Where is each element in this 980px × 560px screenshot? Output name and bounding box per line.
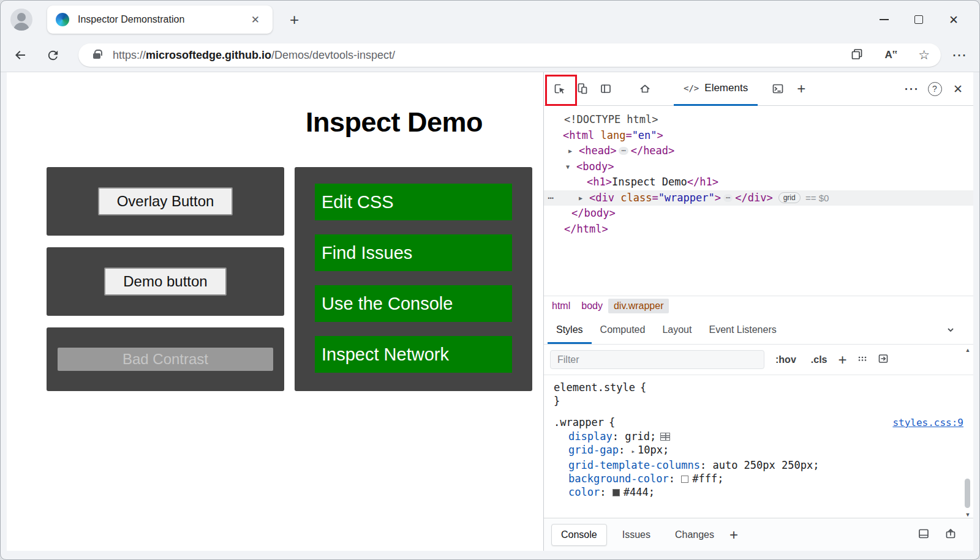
profile-avatar[interactable]: [10, 9, 32, 31]
read-aloud-icon[interactable]: A‟: [884, 49, 897, 61]
scroll-down-icon[interactable]: ▼: [963, 510, 972, 519]
breadcrumb-item-html[interactable]: html: [546, 299, 576, 313]
css-property-color[interactable]: color: #444;: [554, 485, 963, 499]
tab-elements[interactable]: </> Elements: [674, 72, 758, 106]
stylesheet-source-link[interactable]: styles.css:9: [892, 416, 963, 430]
inline-style-rule[interactable]: element.style { }: [554, 381, 963, 408]
window-controls: ✕: [880, 14, 970, 26]
dom-tree-line[interactable]: ⋯▶<div class="wrapper">⋯</div>grid == $0: [544, 190, 973, 206]
dom-tree-line[interactable]: </body>: [544, 206, 973, 222]
drawer-tab-console[interactable]: Console: [551, 524, 607, 546]
new-style-rule-button[interactable]: +: [838, 351, 846, 368]
avatar-head-icon: [17, 13, 26, 21]
overlay-button[interactable]: Overlay Button: [98, 187, 233, 215]
url-domain: microsoftedge.github.io: [146, 49, 271, 61]
console-drawer-icon[interactable]: [766, 77, 790, 100]
drawer-tab-changes[interactable]: Changes: [666, 525, 723, 545]
drawer-tab-issues[interactable]: Issues: [613, 525, 660, 545]
close-brace: }: [554, 395, 560, 407]
favorites-star-icon[interactable]: ☆: [918, 48, 930, 62]
expand-arrow-icon[interactable]: ▶: [568, 143, 579, 159]
content-area: Inspect Demo Overlay Button Demo button …: [1, 72, 979, 559]
demo-link-button[interactable]: Inspect Network: [315, 336, 512, 373]
demo-link-button[interactable]: Find Issues: [315, 234, 512, 271]
tab-close-icon[interactable]: ✕: [247, 12, 264, 28]
breadcrumb-item-body[interactable]: body: [576, 299, 608, 313]
color-swatch[interactable]: [681, 476, 688, 483]
bad-contrast-button[interactable]: Bad Contrast: [58, 348, 273, 371]
wrapper-style-rule[interactable]: .wrapper { styles.css:9 display: grid;gr…: [554, 416, 963, 499]
address-bar[interactable]: https://microsoftedge.github.io/Demos/de…: [78, 43, 941, 67]
new-tab-button[interactable]: +: [290, 10, 299, 29]
more-options-icon[interactable]: ⋯: [900, 77, 923, 100]
breadcrumb-item-div-wrapper[interactable]: div.wrapper: [608, 299, 669, 313]
expand-shorthand-icon[interactable]: ▸: [631, 447, 635, 455]
css-property-background-color[interactable]: background-color: #fff;: [554, 472, 963, 485]
color-swatch[interactable]: [612, 489, 620, 496]
tab-layout[interactable]: Layout: [654, 315, 700, 344]
home-icon[interactable]: [633, 77, 657, 100]
drawer-add-icon[interactable]: +: [729, 526, 738, 543]
element-class-button[interactable]: .cls: [807, 354, 831, 365]
add-tab-icon[interactable]: +: [790, 77, 813, 100]
styles-filter-row: :hov .cls +: [544, 345, 973, 375]
dom-tree-line[interactable]: </html>: [544, 222, 973, 237]
address-bar-icons: A‟ ☆: [850, 47, 930, 63]
expand-arrow-icon[interactable]: ▶: [579, 190, 589, 206]
grid-adorner-badge[interactable]: grid: [778, 192, 801, 203]
dom-tree-line[interactable]: <html lang="en">: [544, 128, 973, 144]
help-icon[interactable]: ?: [923, 77, 946, 100]
dom-tree-line[interactable]: <h1>Inspect Demo</h1>: [544, 174, 973, 190]
scroll-up-icon[interactable]: ▲: [963, 346, 972, 354]
dock-side-panel-icon[interactable]: [594, 77, 617, 100]
pseudo-state-button[interactable]: :hov: [772, 354, 800, 365]
grid-editor-icon[interactable]: [660, 433, 670, 441]
styles-scrollbar[interactable]: ▲ ▼: [963, 346, 972, 519]
dots-grid-icon[interactable]: [856, 353, 869, 367]
dom-tree: <!DOCTYPE html><html lang="en">▶<head>⋯<…: [544, 106, 973, 296]
filter-input[interactable]: [550, 350, 764, 369]
bad-contrast-box: Bad Contrast: [47, 327, 284, 391]
collapsed-content-button[interactable]: ⋯: [723, 194, 733, 202]
toolbar-right-group: ⋯ ? ✕: [900, 77, 970, 100]
window-close-icon[interactable]: ✕: [949, 14, 959, 26]
web-page: Inspect Demo Overlay Button Demo button …: [7, 72, 543, 551]
open-panel-arrow-icon[interactable]: [877, 353, 889, 367]
tab-strip: Inspector Demonstration ✕ + ✕: [1, 1, 979, 39]
refresh-icon[interactable]: [46, 48, 60, 62]
tab-computed[interactable]: Computed: [592, 315, 654, 344]
tab-event-listeners[interactable]: Event Listeners: [700, 315, 785, 344]
dom-tree-line[interactable]: <!DOCTYPE html>: [544, 112, 973, 128]
dom-tree-line[interactable]: ▶<head>⋯</head>: [544, 143, 973, 159]
demo-link-button[interactable]: Edit CSS: [315, 184, 512, 220]
css-property-grid-template-columns[interactable]: grid-template-columns: auto 250px 250px;: [554, 458, 963, 472]
css-property-display[interactable]: display: grid;: [554, 430, 963, 443]
demo-link-button[interactable]: Use the Console: [315, 285, 512, 322]
styles-pane: element.style { } .wrapper { styles.css:…: [544, 375, 973, 518]
tab-styles[interactable]: Styles: [548, 315, 592, 344]
collections-icon[interactable]: [850, 47, 864, 63]
more-actions-icon[interactable]: ⋯: [548, 190, 554, 206]
browser-tab[interactable]: Inspector Demonstration ✕: [47, 6, 273, 34]
scrollbar-thumb[interactable]: [965, 479, 970, 508]
chevron-down-icon[interactable]: [945, 324, 956, 335]
lock-icon[interactable]: [93, 53, 100, 59]
demo-button[interactable]: Demo button: [104, 267, 227, 296]
maximize-icon[interactable]: [914, 15, 923, 24]
collapse-arrow-icon[interactable]: ▼: [566, 159, 576, 175]
back-icon[interactable]: [13, 48, 28, 62]
inspect-element-icon[interactable]: [548, 77, 571, 100]
minimize-icon[interactable]: [880, 19, 889, 20]
devtools-panel: </> Elements + ⋯ ? ✕ <!DOCTYPE html><htm…: [543, 72, 973, 551]
dom-tree-line[interactable]: ▼<body>: [544, 159, 973, 175]
device-emulation-icon[interactable]: [571, 77, 594, 100]
browser-settings-icon[interactable]: ⋯: [952, 47, 967, 64]
url-text[interactable]: https://microsoftedge.github.io/Demos/de…: [113, 49, 395, 62]
browser-window: Inspector Demonstration ✕ + ✕ https://mi…: [0, 0, 980, 560]
bottom-panel-icon[interactable]: [917, 527, 930, 543]
css-property-grid-gap[interactable]: grid-gap: ▸10px;: [554, 443, 963, 458]
devtools-close-icon[interactable]: ✕: [946, 77, 970, 100]
collapsed-content-button[interactable]: ⋯: [619, 147, 628, 155]
expand-drawer-icon[interactable]: [944, 527, 957, 543]
wrapper-selector: .wrapper: [554, 416, 604, 429]
